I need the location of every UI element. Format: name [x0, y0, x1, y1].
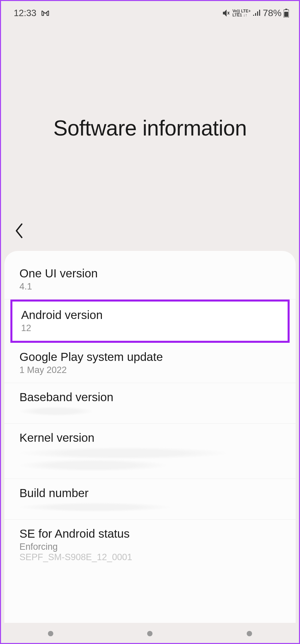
item-title: Android version	[21, 308, 279, 322]
status-right: Vo)) LTE+ LTE1 ↓↑ 78%	[222, 8, 289, 18]
gmail-icon	[41, 10, 49, 16]
item-value: 12	[21, 323, 279, 333]
svg-rect-1	[255, 13, 256, 16]
redacted-value	[19, 459, 167, 471]
list-item-play-update[interactable]: Google Play system update 1 May 2022	[4, 343, 296, 383]
item-title: Google Play system update	[19, 350, 281, 364]
page-title: Software information	[1, 116, 299, 141]
list-item-baseband[interactable]: Baseband version	[4, 383, 296, 424]
redacted-value	[19, 407, 93, 416]
item-title: SE for Android status	[19, 527, 281, 540]
lte-indicator: Vo)) LTE+ LTE1 ↓↑	[232, 9, 251, 17]
settings-list: One UI version 4.1 Android version 12 Go…	[4, 251, 296, 623]
item-value-2: SEPF_SM-S908E_12_0001	[19, 552, 281, 562]
redacted-value	[19, 502, 170, 512]
nav-home[interactable]	[147, 631, 153, 636]
signal-icon	[253, 10, 261, 16]
battery-icon	[284, 9, 289, 17]
item-title: Build number	[19, 486, 281, 500]
back-button[interactable]	[14, 222, 28, 239]
svg-rect-3	[259, 10, 260, 16]
item-title: One UI version	[19, 267, 281, 280]
item-title: Kernel version	[19, 431, 281, 444]
nav-back[interactable]	[247, 631, 252, 636]
list-item-se-status[interactable]: SE for Android status Enforcing SEPF_SM-…	[4, 520, 296, 570]
item-title: Baseband version	[19, 390, 281, 404]
redacted-value	[19, 447, 227, 459]
list-item-kernel[interactable]: Kernel version	[4, 424, 296, 479]
chevron-left-icon	[14, 222, 24, 239]
status-time: 12:33	[14, 8, 37, 18]
item-value: Enforcing	[19, 542, 281, 552]
status-left: 12:33	[14, 8, 49, 18]
status-bar: 12:33 Vo)) LTE+ LTE1 ↓↑ 78%	[1, 1, 299, 22]
list-item-one-ui[interactable]: One UI version 4.1	[4, 259, 296, 300]
item-value: 4.1	[19, 281, 281, 292]
list-item-build[interactable]: Build number	[4, 479, 296, 520]
navigation-bar	[1, 631, 299, 636]
item-value: 1 May 2022	[19, 365, 281, 375]
mute-icon	[222, 9, 230, 17]
svg-rect-0	[253, 15, 254, 16]
battery-percent: 78%	[263, 8, 282, 18]
nav-recents[interactable]	[48, 631, 53, 636]
list-item-android-version[interactable]: Android version 12	[10, 300, 290, 343]
svg-rect-6	[284, 12, 288, 17]
svg-rect-2	[257, 11, 258, 16]
